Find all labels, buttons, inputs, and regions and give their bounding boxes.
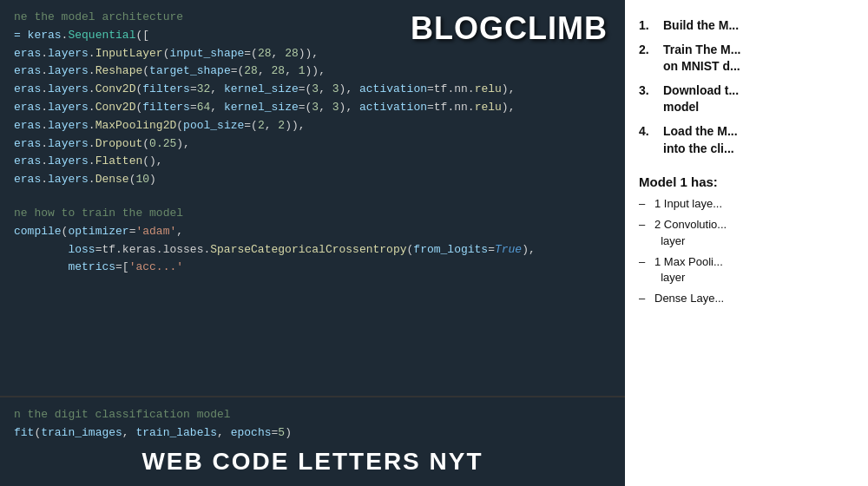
model-item-4: Dense Laye... — [639, 291, 854, 306]
code-line: eras.layers.Dense(10) — [14, 171, 611, 189]
code-line: eras.layers.Reshape(target_shape=(28, 28… — [14, 62, 611, 81]
code-line: loss=tf.keras.losses.SparseCategoricalCr… — [14, 241, 611, 259]
code-line: eras.layers.Conv2D(filters=32, kernel_si… — [14, 81, 611, 99]
step-text-2: Train The M...on MNIST d... — [663, 42, 740, 76]
step-item-1: Build the M... — [639, 17, 854, 35]
model-item-1: 1 Input laye... — [639, 196, 854, 212]
code-section-2: ne how to train the model compile(optimi… — [14, 205, 611, 277]
code-line: eras.layers.Conv2D(filters=64, kernel_si… — [14, 99, 611, 117]
step-item-2: Train The M...on MNIST d... — [639, 42, 854, 76]
site-title: BLOGCLIMB — [411, 10, 608, 47]
code-line: eras.layers.InputLayer(input_shape=(28, … — [14, 45, 611, 63]
code-line: n the digit classification model — [14, 406, 611, 424]
step-item-3: Download t...model — [639, 82, 854, 116]
model-title: Model 1 has: — [639, 174, 854, 189]
step-text-3: Download t...model — [663, 82, 739, 116]
code-line: compile(optimizer='adam', — [14, 223, 611, 241]
code-line: eras.layers.Flatten(), — [14, 153, 611, 171]
steps-list: Build the M... Train The M...on MNIST d.… — [639, 17, 854, 157]
code-panel: BLOGCLIMB ne the model architecture = ke… — [0, 0, 625, 486]
model-list: 1 Input laye... 2 Convolutio... layer 1 … — [639, 196, 854, 306]
model-item-2: 2 Convolutio... layer — [639, 217, 854, 248]
code-line: fit(train_images, train_labels, epochs=5… — [14, 424, 611, 443]
code-line: ne how to train the model — [14, 205, 611, 223]
bottom-banner-title: WEB CODE LETTERS NYT — [14, 448, 611, 476]
model-section: Model 1 has: 1 Input laye... 2 Convoluti… — [639, 174, 854, 306]
step-text-1: Build the M... — [663, 17, 739, 35]
code-line: eras.layers.Dropout(0.25), — [14, 135, 611, 154]
bottom-banner: n the digit classification model fit(tra… — [0, 396, 625, 486]
code-line: metrics=['acc...' — [14, 259, 611, 277]
step-text-4: Load the M...into the cli... — [663, 123, 738, 157]
model-item-3: 1 Max Pooli... layer — [639, 254, 854, 286]
code-block-2: ne how to train the model compile(optimi… — [14, 205, 611, 277]
right-panel: Build the M... Train The M...on MNIST d.… — [625, 0, 868, 486]
step-item-4: Load the M...into the cli... — [639, 123, 854, 157]
code-line: eras.layers.MaxPooling2D(pool_size=(2, 2… — [14, 117, 611, 135]
code-block-3: n the digit classification model fit(tra… — [14, 406, 611, 443]
